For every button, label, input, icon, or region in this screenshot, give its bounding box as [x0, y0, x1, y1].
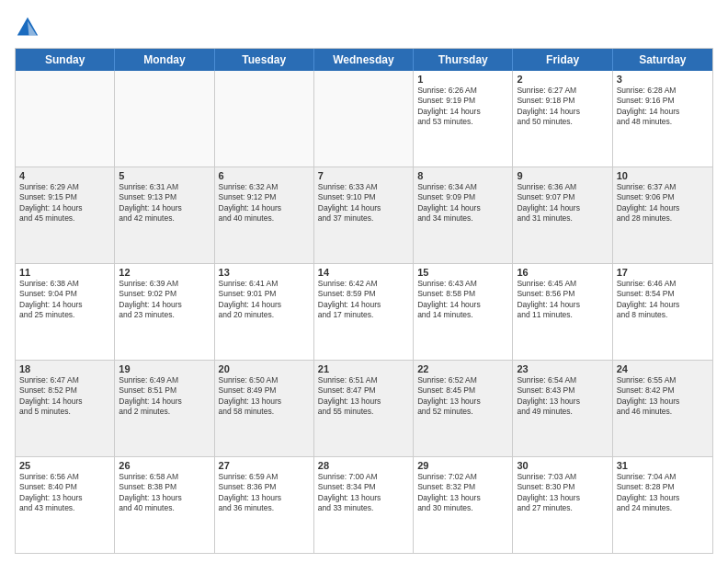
cell-info: Sunrise: 6:36 AM Sunset: 9:07 PM Dayligh…: [517, 182, 608, 224]
cell-info: Sunrise: 6:39 AM Sunset: 9:02 PM Dayligh…: [119, 279, 210, 321]
cell-info: Sunrise: 6:38 AM Sunset: 9:04 PM Dayligh…: [19, 279, 110, 321]
day-number: 21: [318, 363, 409, 374]
day-cell-1: 1Sunrise: 6:26 AM Sunset: 9:19 PM Daylig…: [414, 71, 513, 167]
day-number: 2: [517, 74, 608, 85]
page: SundayMondayTuesdayWednesdayThursdayFrid…: [0, 0, 728, 563]
day-number: 26: [119, 460, 210, 471]
day-cell-17: 17Sunrise: 6:46 AM Sunset: 8:54 PM Dayli…: [613, 264, 712, 360]
cell-info: Sunrise: 6:34 AM Sunset: 9:09 PM Dayligh…: [417, 182, 508, 224]
header-day-monday: Monday: [115, 49, 214, 71]
cell-info: Sunrise: 6:31 AM Sunset: 9:13 PM Dayligh…: [119, 182, 210, 224]
cell-info: Sunrise: 6:58 AM Sunset: 8:38 PM Dayligh…: [119, 472, 210, 514]
day-cell-27: 27Sunrise: 6:59 AM Sunset: 8:36 PM Dayli…: [215, 457, 314, 553]
day-number: 10: [617, 170, 709, 181]
day-number: 25: [19, 460, 110, 471]
day-number: 28: [318, 460, 409, 471]
day-cell-22: 22Sunrise: 6:52 AM Sunset: 8:45 PM Dayli…: [414, 361, 513, 456]
day-cell-11: 11Sunrise: 6:38 AM Sunset: 9:04 PM Dayli…: [16, 264, 115, 360]
header-day-wednesday: Wednesday: [314, 49, 414, 71]
day-cell-14: 14Sunrise: 6:42 AM Sunset: 8:59 PM Dayli…: [314, 264, 414, 360]
logo: [15, 15, 44, 40]
day-cell-10: 10Sunrise: 6:37 AM Sunset: 9:06 PM Dayli…: [613, 167, 712, 263]
day-cell-16: 16Sunrise: 6:45 AM Sunset: 8:56 PM Dayli…: [513, 264, 612, 360]
day-cell-31: 31Sunrise: 7:04 AM Sunset: 8:28 PM Dayli…: [613, 457, 712, 553]
day-cell-13: 13Sunrise: 6:41 AM Sunset: 9:01 PM Dayli…: [215, 264, 314, 360]
header-day-tuesday: Tuesday: [215, 49, 314, 71]
day-cell-28: 28Sunrise: 7:00 AM Sunset: 8:34 PM Dayli…: [314, 457, 414, 553]
day-number: 8: [417, 170, 508, 181]
cell-info: Sunrise: 6:50 AM Sunset: 8:49 PM Dayligh…: [219, 375, 310, 418]
cell-info: Sunrise: 6:32 AM Sunset: 9:12 PM Dayligh…: [219, 182, 310, 224]
calendar: SundayMondayTuesdayWednesdayThursdayFrid…: [15, 48, 713, 554]
day-number: 7: [318, 170, 409, 181]
day-cell-19: 19Sunrise: 6:49 AM Sunset: 8:51 PM Dayli…: [115, 361, 214, 456]
cell-info: Sunrise: 6:42 AM Sunset: 8:59 PM Dayligh…: [318, 279, 409, 321]
day-number: 14: [318, 267, 409, 278]
cell-info: Sunrise: 7:03 AM Sunset: 8:30 PM Dayligh…: [517, 472, 608, 514]
day-cell-9: 9Sunrise: 6:36 AM Sunset: 9:07 PM Daylig…: [513, 167, 612, 263]
day-number: 23: [517, 363, 608, 374]
cell-info: Sunrise: 6:45 AM Sunset: 8:56 PM Dayligh…: [517, 279, 608, 321]
day-number: 13: [219, 267, 310, 278]
empty-cell-0-3: [314, 71, 414, 167]
day-number: 1: [417, 74, 508, 85]
cell-info: Sunrise: 6:54 AM Sunset: 8:43 PM Dayligh…: [517, 375, 608, 418]
day-cell-25: 25Sunrise: 6:56 AM Sunset: 8:40 PM Dayli…: [16, 457, 115, 553]
day-number: 11: [19, 267, 110, 278]
day-number: 5: [119, 170, 210, 181]
cell-info: Sunrise: 6:51 AM Sunset: 8:47 PM Dayligh…: [318, 375, 409, 418]
day-cell-5: 5Sunrise: 6:31 AM Sunset: 9:13 PM Daylig…: [115, 167, 214, 263]
cell-info: Sunrise: 6:28 AM Sunset: 9:16 PM Dayligh…: [617, 86, 709, 128]
day-cell-30: 30Sunrise: 7:03 AM Sunset: 8:30 PM Dayli…: [513, 457, 612, 553]
day-number: 24: [617, 363, 709, 374]
calendar-row-4: 25Sunrise: 6:56 AM Sunset: 8:40 PM Dayli…: [16, 457, 712, 553]
day-cell-23: 23Sunrise: 6:54 AM Sunset: 8:43 PM Dayli…: [513, 361, 612, 456]
cell-info: Sunrise: 6:26 AM Sunset: 9:19 PM Dayligh…: [417, 86, 508, 128]
day-number: 30: [517, 460, 608, 471]
day-cell-7: 7Sunrise: 6:33 AM Sunset: 9:10 PM Daylig…: [314, 167, 414, 263]
header-day-friday: Friday: [513, 49, 612, 71]
day-number: 12: [119, 267, 210, 278]
day-cell-21: 21Sunrise: 6:51 AM Sunset: 8:47 PM Dayli…: [314, 361, 414, 456]
day-cell-2: 2Sunrise: 6:27 AM Sunset: 9:18 PM Daylig…: [513, 71, 612, 167]
day-number: 31: [617, 460, 709, 471]
cell-info: Sunrise: 7:00 AM Sunset: 8:34 PM Dayligh…: [318, 472, 409, 514]
calendar-row-3: 18Sunrise: 6:47 AM Sunset: 8:52 PM Dayli…: [16, 361, 712, 457]
cell-info: Sunrise: 6:37 AM Sunset: 9:06 PM Dayligh…: [617, 182, 709, 224]
header-day-sunday: Sunday: [16, 49, 115, 71]
cell-info: Sunrise: 6:52 AM Sunset: 8:45 PM Dayligh…: [417, 375, 508, 418]
cell-info: Sunrise: 6:55 AM Sunset: 8:42 PM Dayligh…: [617, 375, 709, 418]
cell-info: Sunrise: 6:56 AM Sunset: 8:40 PM Dayligh…: [19, 472, 110, 514]
header: [15, 15, 713, 40]
empty-cell-0-2: [215, 71, 314, 167]
day-cell-12: 12Sunrise: 6:39 AM Sunset: 9:02 PM Dayli…: [115, 264, 214, 360]
calendar-row-2: 11Sunrise: 6:38 AM Sunset: 9:04 PM Dayli…: [16, 264, 712, 361]
day-number: 16: [517, 267, 608, 278]
cell-info: Sunrise: 6:47 AM Sunset: 8:52 PM Dayligh…: [19, 375, 110, 418]
day-number: 29: [417, 460, 508, 471]
calendar-body: 1Sunrise: 6:26 AM Sunset: 9:19 PM Daylig…: [16, 71, 712, 553]
day-number: 9: [517, 170, 608, 181]
cell-info: Sunrise: 6:41 AM Sunset: 9:01 PM Dayligh…: [219, 279, 310, 321]
day-number: 15: [417, 267, 508, 278]
cell-info: Sunrise: 7:02 AM Sunset: 8:32 PM Dayligh…: [417, 472, 508, 514]
cell-info: Sunrise: 6:29 AM Sunset: 9:15 PM Dayligh…: [19, 182, 110, 224]
day-number: 20: [219, 363, 310, 374]
day-cell-15: 15Sunrise: 6:43 AM Sunset: 8:58 PM Dayli…: [414, 264, 513, 360]
logo-icon: [15, 15, 40, 40]
cell-info: Sunrise: 6:33 AM Sunset: 9:10 PM Dayligh…: [318, 182, 409, 224]
day-cell-18: 18Sunrise: 6:47 AM Sunset: 8:52 PM Dayli…: [16, 361, 115, 456]
day-number: 17: [617, 267, 709, 278]
cell-info: Sunrise: 6:49 AM Sunset: 8:51 PM Dayligh…: [119, 375, 210, 418]
empty-cell-0-1: [115, 71, 214, 167]
header-day-saturday: Saturday: [613, 49, 712, 71]
empty-cell-0-0: [16, 71, 115, 167]
cell-info: Sunrise: 6:27 AM Sunset: 9:18 PM Dayligh…: [517, 86, 608, 128]
day-number: 27: [219, 460, 310, 471]
day-cell-6: 6Sunrise: 6:32 AM Sunset: 9:12 PM Daylig…: [215, 167, 314, 263]
calendar-row-0: 1Sunrise: 6:26 AM Sunset: 9:19 PM Daylig…: [16, 71, 712, 167]
day-number: 19: [119, 363, 210, 374]
day-cell-29: 29Sunrise: 7:02 AM Sunset: 8:32 PM Dayli…: [414, 457, 513, 553]
day-cell-3: 3Sunrise: 6:28 AM Sunset: 9:16 PM Daylig…: [613, 71, 712, 167]
cell-info: Sunrise: 6:43 AM Sunset: 8:58 PM Dayligh…: [417, 279, 508, 321]
